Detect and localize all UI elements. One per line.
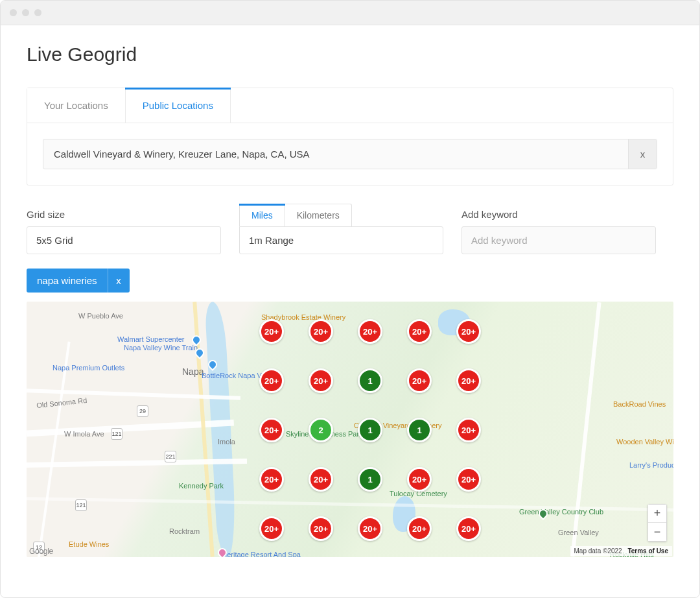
- geogrid-marker[interactable]: 20+: [309, 516, 333, 541]
- tab-public-locations[interactable]: Public Locations: [126, 88, 231, 123]
- controls-row: Grid size 5x5 Grid Miles Kilometers 1m R…: [27, 204, 673, 254]
- map-label: W Pueblo Ave: [78, 312, 123, 320]
- range-select[interactable]: 1m Range: [239, 226, 443, 254]
- browser-titlebar: [1, 1, 699, 25]
- location-input[interactable]: [43, 139, 628, 169]
- geogrid-marker[interactable]: 20+: [259, 418, 284, 442]
- map-label: Kennedy Park: [179, 482, 224, 490]
- grid-size-label: Grid size: [27, 209, 221, 220]
- window-maximize-icon[interactable]: [34, 9, 41, 16]
- keyword-input[interactable]: [461, 226, 656, 254]
- map-label: BackRoad Vines: [613, 400, 666, 408]
- map-label: Rocktram: [169, 527, 200, 535]
- geogrid-marker[interactable]: 1: [358, 467, 382, 492]
- map-label: Walmart Supercenter: [117, 335, 185, 343]
- unit-tabs: Miles Kilometers: [239, 204, 352, 226]
- highway-shield-icon: 221: [165, 451, 176, 462]
- geogrid-marker[interactable]: 20+: [407, 467, 432, 492]
- highway-shield-icon: 121: [75, 499, 87, 511]
- location-clear-button[interactable]: x: [628, 139, 657, 169]
- geogrid-marker[interactable]: 20+: [259, 368, 284, 393]
- geogrid-marker[interactable]: 20+: [259, 516, 284, 541]
- tab-your-locations[interactable]: Your Locations: [27, 88, 126, 123]
- geogrid-marker[interactable]: 20+: [259, 467, 284, 492]
- page-content: Live Geogrid Your Locations Public Locat…: [1, 25, 699, 557]
- geogrid-marker[interactable]: 20+: [407, 368, 432, 393]
- map-attribution-data: Map data ©2022: [574, 547, 622, 555]
- geogrid-marker[interactable]: 20+: [456, 418, 481, 442]
- grid-size-block: Grid size 5x5 Grid: [27, 209, 221, 254]
- geogrid-marker[interactable]: 20+: [309, 319, 333, 344]
- location-tabs: Your Locations Public Locations: [27, 88, 673, 123]
- keyword-chip-remove-button[interactable]: x: [108, 269, 130, 293]
- geogrid-marker[interactable]: 2: [309, 418, 333, 442]
- geogrid-marker[interactable]: 20+: [407, 319, 432, 344]
- grid-size-select[interactable]: 5x5 Grid: [27, 226, 221, 254]
- geogrid-marker[interactable]: 20+: [309, 368, 333, 393]
- location-card: Your Locations Public Locations x: [27, 88, 673, 185]
- map-label: Green Valley: [558, 529, 599, 536]
- map-zoom-control: + −: [648, 504, 667, 542]
- range-block: Miles Kilometers 1m Range: [239, 204, 443, 254]
- unit-tab-miles[interactable]: Miles: [240, 204, 285, 226]
- geogrid-marker[interactable]: 20+: [456, 319, 481, 344]
- map-label: W Imola Ave: [64, 430, 104, 438]
- geogrid-marker[interactable]: 1: [358, 418, 382, 442]
- keyword-chip: napa wineries x: [27, 269, 130, 293]
- location-input-wrap: x: [43, 139, 657, 169]
- map-label: Napa Premium Outlets: [52, 364, 124, 372]
- geogrid-marker[interactable]: 20+: [259, 319, 284, 344]
- geogrid-marker[interactable]: 1: [407, 418, 432, 442]
- window-close-icon[interactable]: [10, 9, 17, 16]
- keyword-chip-row: napa wineries x: [27, 269, 673, 293]
- map-label: Larry's Produce: [629, 461, 673, 469]
- browser-window: Live Geogrid Your Locations Public Locat…: [0, 0, 700, 598]
- geogrid-map[interactable]: Napa Walmart Supercenter Napa Valley Win…: [27, 302, 673, 557]
- map-terms-link[interactable]: Terms of Use: [627, 547, 668, 555]
- keyword-block: Add keyword: [461, 209, 656, 254]
- geogrid-marker[interactable]: 20+: [358, 319, 382, 344]
- map-attribution: Map data ©2022 Terms of Use: [570, 546, 673, 556]
- google-logo: Google: [29, 547, 53, 556]
- geogrid-marker[interactable]: 20+: [456, 516, 481, 541]
- geogrid-marker[interactable]: 20+: [456, 368, 481, 393]
- unit-tab-kilometers[interactable]: Kilometers: [285, 204, 351, 226]
- highway-shield-icon: 29: [137, 405, 148, 417]
- geogrid-marker[interactable]: 20+: [309, 467, 333, 492]
- map-label: Imola: [218, 438, 235, 446]
- keyword-chip-label: napa wineries: [27, 269, 108, 293]
- geogrid-marker[interactable]: 20+: [456, 467, 481, 492]
- zoom-out-button[interactable]: −: [648, 523, 666, 541]
- geogrid-layer: 20+20+20+20+20+20+20+120+20+20+21120+20+…: [247, 307, 493, 553]
- map-label: Wooden Valley Winery: [616, 438, 673, 446]
- highway-shield-icon: 121: [111, 428, 122, 440]
- map-label-napa: Napa: [182, 366, 204, 377]
- window-minimize-icon[interactable]: [22, 9, 29, 16]
- location-tab-body: x: [27, 123, 673, 185]
- map-label: Napa Valley Wine Train: [124, 344, 198, 352]
- keyword-label: Add keyword: [461, 209, 656, 220]
- geogrid-marker[interactable]: 1: [358, 368, 382, 393]
- geogrid-marker[interactable]: 20+: [407, 516, 432, 541]
- page-title: Live Geogrid: [27, 43, 673, 66]
- geogrid-marker[interactable]: 20+: [358, 516, 382, 541]
- map-label: Green Valley Country Club: [519, 508, 603, 516]
- zoom-in-button[interactable]: +: [648, 505, 666, 523]
- map-label: Etude Wines: [69, 540, 109, 548]
